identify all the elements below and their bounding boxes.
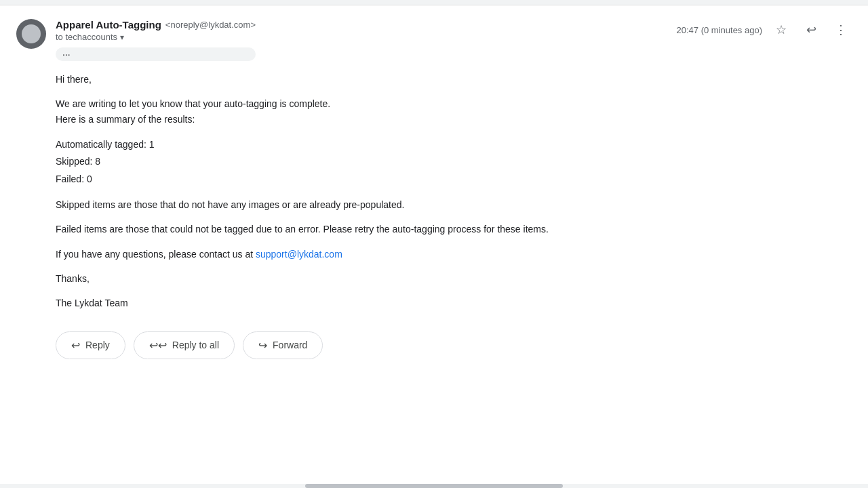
top-bar — [0, 0, 868, 5]
forward-button-icon: ↪ — [258, 339, 267, 352]
forward-button-label: Forward — [273, 340, 307, 350]
contact-line: If you have any questions, please contac… — [56, 247, 835, 262]
auto-tagged-stat: Automatically tagged: 1 — [56, 136, 835, 153]
contact-prefix: If you have any questions, please contac… — [56, 249, 256, 260]
skipped-stat: Skipped: 8 — [56, 153, 835, 170]
action-buttons: ↩ Reply ↩↩ Reply to all ↪ Forward — [16, 331, 852, 373]
star-icon: ☆ — [776, 22, 787, 37]
reply-all-button-icon: ↩↩ — [149, 339, 167, 352]
sender-name: Apparel Auto-Tagging — [56, 19, 161, 30]
recipient-text: to techaccounts — [56, 32, 117, 42]
failed-stat: Failed: 0 — [56, 171, 835, 188]
sender-details: Apparel Auto-Tagging <noreply@lykdat.com… — [56, 19, 256, 61]
more-options-dots: ··· — [62, 49, 71, 60]
team-text: The Lykdat Team — [56, 296, 835, 310]
reply-all-button[interactable]: ↩↩ Reply to all — [134, 331, 235, 359]
sender-info: Apparel Auto-Tagging <noreply@lykdat.com… — [16, 19, 256, 61]
scrollbar-thumb[interactable] — [305, 484, 563, 488]
reply-button[interactable]: ↩ Reply — [56, 331, 125, 359]
summary-intro-span: Here is a summary of the results: — [56, 114, 195, 125]
failed-explanation: Failed items are those that could not be… — [56, 222, 835, 237]
sender-name-line: Apparel Auto-Tagging <noreply@lykdat.com… — [56, 19, 256, 30]
reply-header-button[interactable]: ↩ — [800, 19, 822, 41]
timestamp: 20:47 (0 minutes ago) — [677, 25, 762, 35]
avatar-icon — [22, 24, 41, 43]
header-actions: 20:47 (0 minutes ago) ☆ ↩ ⋮ — [677, 19, 852, 41]
more-header-icon: ⋮ — [835, 22, 847, 37]
email-header: Apparel Auto-Tagging <noreply@lykdat.com… — [16, 19, 852, 61]
intro-text: We are writing to let you know that your… — [56, 96, 835, 127]
thanks-text: Thanks, — [56, 271, 835, 286]
star-button[interactable]: ☆ — [770, 19, 792, 41]
more-header-button[interactable]: ⋮ — [830, 19, 852, 41]
support-email-link[interactable]: support@lykdat.com — [256, 249, 342, 260]
email-container: Apparel Auto-Tagging <noreply@lykdat.com… — [0, 5, 868, 386]
stats-block: Automatically tagged: 1 Skipped: 8 Faile… — [56, 136, 835, 188]
skipped-explanation: Skipped items are those that do not have… — [56, 197, 835, 212]
intro-span: We are writing to let you know that your… — [56, 98, 330, 109]
more-options-badge[interactable]: ··· — [56, 47, 256, 61]
reply-button-label: Reply — [85, 340, 110, 350]
sender-email: <noreply@lykdat.com> — [165, 20, 256, 30]
reply-button-icon: ↩ — [71, 339, 80, 352]
email-body: Hi there, We are writing to let you know… — [16, 72, 852, 311]
reply-all-button-label: Reply to all — [172, 340, 219, 350]
dropdown-arrow-icon[interactable]: ▾ — [120, 33, 124, 42]
recipient-line: to techaccounts ▾ — [56, 32, 256, 42]
greeting: Hi there, — [56, 72, 835, 87]
avatar — [16, 19, 46, 49]
forward-button[interactable]: ↪ Forward — [243, 331, 323, 359]
scrollbar-area[interactable] — [0, 484, 868, 488]
reply-header-icon: ↩ — [806, 22, 816, 37]
